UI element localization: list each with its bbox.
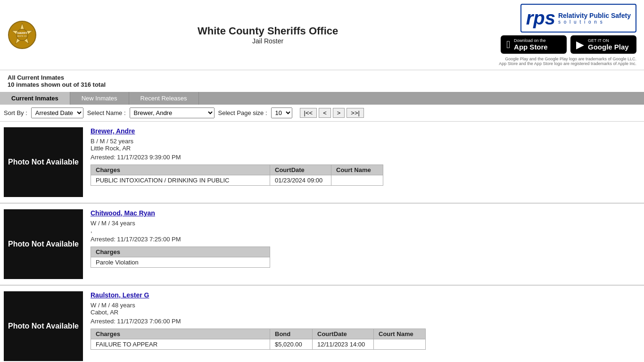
charges-block-1: Charges Parole Violation — [91, 247, 640, 268]
svg-text:WHITE CO.: WHITE CO. — [17, 35, 27, 37]
inmates-line2: 10 inmates shown out of 316 total — [8, 81, 636, 88]
court-date-header: CourtDate — [270, 165, 331, 175]
page-header: SHERIFF WHITE CO. White County Sheriffs … — [0, 0, 644, 70]
tab-current-inmates[interactable]: Current Inmates — [0, 92, 70, 105]
page-subtitle: Jail Roster — [198, 37, 338, 45]
header-right: rps Relativity Public Safety s o l u t i… — [499, 4, 636, 66]
inmate-photo-2: Photo Not Available — [4, 291, 83, 361]
pagination-controls: |<< < > >>| — [300, 108, 364, 118]
charges-table-0: Charges CourtDate Court Name PUBLIC INTO… — [91, 165, 383, 186]
court-date-value-2: 12/11/2023 14:00 — [313, 339, 374, 350]
charges-header: Charges — [91, 247, 270, 257]
list-item: FAILURE TO APPEAR $5,020.00 12/11/2023 1… — [91, 339, 426, 350]
google-play-button[interactable]: ▶ GET IT ON Google Play — [570, 35, 636, 54]
page-size-label: Select Page size : — [218, 109, 267, 116]
inmate-details-1: W / M / 34 years , — [91, 220, 640, 234]
court-name-value-2 — [374, 339, 426, 350]
app-store-text: Download on the App Store — [514, 38, 548, 51]
sort-by-label: Sort By : — [4, 109, 27, 116]
court-name-value-0 — [331, 175, 383, 186]
header-left: SHERIFF WHITE CO. — [8, 20, 37, 49]
tab-new-inmates[interactable]: New Inmates — [70, 92, 129, 105]
inmate-name-0[interactable]: Brewer, Andre — [91, 127, 640, 135]
table-row: Photo Not Available Chitwood, Mac Ryan W… — [0, 204, 644, 286]
inmate-name-2[interactable]: Raulston, Lester G — [91, 291, 640, 299]
sort-bar: Sort By : Arrested Date Select Name : Br… — [0, 105, 644, 122]
last-page-button[interactable]: >>| — [347, 108, 364, 118]
charges-block-2: Charges Bond CourtDate Court Name FAILUR… — [91, 329, 640, 350]
inmate-info-2: Raulston, Lester G W / M / 48 years Cabo… — [87, 289, 644, 362]
google-play-text: GET IT ON Google Play — [588, 38, 629, 51]
charges-header: Charges — [91, 329, 270, 339]
select-name-label: Select Name : — [87, 109, 126, 116]
inmates-line1: All Current Inmates — [8, 74, 636, 81]
tab-recent-releases[interactable]: Recent Releases — [129, 92, 199, 105]
inmate-arrested-0: Arrested: 11/17/2023 9:39:00 PM — [91, 154, 640, 161]
charges-table-2: Charges Bond CourtDate Court Name FAILUR… — [91, 329, 426, 350]
rps-r-letter: rps — [526, 8, 555, 29]
first-page-button[interactable]: |<< — [300, 108, 317, 118]
charges-header: Charges — [91, 165, 270, 175]
apple-icon:  — [506, 39, 510, 51]
court-name-header: Court Name — [331, 165, 383, 175]
rps-logo: rps Relativity Public Safety s o l u t i… — [520, 4, 636, 33]
inmate-details-2: W / M / 48 years Cabot, AR — [91, 302, 640, 316]
charges-block-0: Charges CourtDate Court Name PUBLIC INTO… — [91, 165, 640, 186]
page-size-select[interactable]: 10 — [271, 107, 292, 118]
prev-page-button[interactable]: < — [319, 108, 331, 118]
sheriff-badge-icon: SHERIFF WHITE CO. — [8, 20, 37, 49]
charges-table-1: Charges Parole Violation — [91, 247, 270, 268]
list-item: PUBLIC INTOXICATION / DRINKING IN PUBLIC… — [91, 175, 383, 186]
charge-value-0: PUBLIC INTOXICATION / DRINKING IN PUBLIC — [91, 175, 270, 186]
bond-value-2: $5,020.00 — [270, 339, 313, 350]
court-name-header: Court Name — [374, 329, 426, 339]
table-row: Photo Not Available Raulston, Lester G W… — [0, 286, 644, 362]
page-title: White County Sheriffs Office — [198, 25, 338, 37]
select-name-dropdown[interactable]: Brewer, Andre — [130, 107, 215, 118]
table-row: Photo Not Available Brewer, Andre B / M … — [0, 122, 644, 204]
inmate-name-1[interactable]: Chitwood, Mac Ryan — [91, 209, 640, 217]
photo-not-available-2: Photo Not Available — [8, 322, 79, 330]
inmate-photo-0: Photo Not Available — [4, 127, 83, 197]
inmate-photo-1: Photo Not Available — [4, 209, 83, 279]
tab-bar: Current Inmates New Inmates Recent Relea… — [0, 92, 644, 105]
svg-text:SHERIFF: SHERIFF — [17, 32, 27, 34]
photo-not-available-1: Photo Not Available — [8, 240, 79, 248]
inmate-arrested-1: Arrested: 11/17/2023 7:25:00 PM — [91, 236, 640, 243]
charge-value-1: Parole Violation — [91, 257, 270, 268]
sort-by-select[interactable]: Arrested Date — [31, 107, 83, 118]
rps-tagline-block: Relativity Public Safety s o l u t i o n… — [558, 12, 631, 25]
photo-not-available-0: Photo Not Available — [8, 158, 79, 166]
app-store-button[interactable]:  Download on the App Store — [501, 35, 567, 54]
app-buttons-group:  Download on the App Store ▶ GET IT ON … — [501, 35, 636, 54]
header-title-block: White County Sheriffs Office Jail Roster — [198, 25, 338, 45]
inmate-info-0: Brewer, Andre B / M / 52 years Little Ro… — [87, 125, 644, 199]
court-date-header: CourtDate — [313, 329, 374, 339]
inmate-info-1: Chitwood, Mac Ryan W / M / 34 years , Ar… — [87, 207, 644, 281]
trademark-text: Google Play and the Google Play logo are… — [499, 57, 636, 66]
court-date-value-0: 01/23/2024 09:00 — [270, 175, 331, 186]
inmates-summary: All Current Inmates 10 inmates shown out… — [0, 70, 644, 92]
charge-value-2: FAILURE TO APPEAR — [91, 339, 270, 350]
next-page-button[interactable]: > — [333, 108, 345, 118]
inmate-list: Photo Not Available Brewer, Andre B / M … — [0, 122, 644, 362]
bond-header: Bond — [270, 329, 313, 339]
google-play-icon: ▶ — [576, 39, 584, 51]
inmate-arrested-2: Arrested: 11/17/2023 7:06:00 PM — [91, 318, 640, 325]
list-item: Parole Violation — [91, 257, 270, 268]
inmate-details-0: B / M / 52 years Little Rock, AR — [91, 138, 640, 152]
